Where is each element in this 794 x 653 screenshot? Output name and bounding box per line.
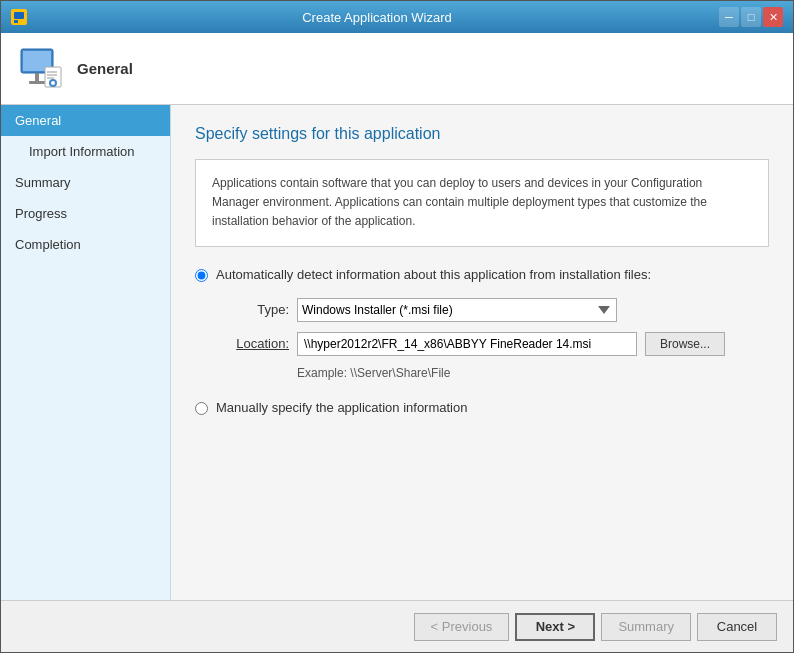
- summary-button[interactable]: Summary: [601, 613, 691, 641]
- svg-rect-6: [29, 81, 45, 84]
- example-text: Example: \\Server\Share\File: [297, 366, 769, 380]
- type-label: Type:: [219, 302, 289, 317]
- sidebar-item-progress[interactable]: Progress: [1, 198, 170, 229]
- svg-rect-8: [47, 71, 57, 73]
- content-title: Specify settings for this application: [195, 125, 769, 143]
- type-row: Type: Windows Installer (*.msi file)Wind…: [219, 298, 769, 322]
- close-button[interactable]: ✕: [763, 7, 783, 27]
- description-text: Applications contain software that you c…: [212, 176, 707, 228]
- svg-rect-5: [35, 73, 39, 81]
- svg-rect-2: [14, 20, 18, 23]
- form-fields: Type: Windows Installer (*.msi file)Wind…: [219, 298, 769, 380]
- window-title: Create Application Wizard: [35, 10, 719, 25]
- sidebar-item-general[interactable]: General: [1, 105, 170, 136]
- manual-radio[interactable]: [195, 402, 208, 415]
- browse-button[interactable]: Browse...: [645, 332, 725, 356]
- svg-point-12: [51, 81, 55, 85]
- auto-detect-option: Automatically detect information about t…: [195, 267, 769, 282]
- description-box: Applications contain software that you c…: [195, 159, 769, 247]
- header-title: General: [77, 60, 133, 77]
- app-icon: [11, 9, 27, 25]
- svg-rect-1: [14, 12, 24, 19]
- title-bar-controls: ─ □ ✕: [719, 7, 783, 27]
- svg-rect-9: [47, 74, 57, 76]
- minimize-button[interactable]: ─: [719, 7, 739, 27]
- footer: < Previous Next > Summary Cancel: [1, 600, 793, 652]
- application-window: Create Application Wizard ─ □ ✕: [0, 0, 794, 653]
- title-bar-left: [11, 9, 35, 25]
- location-row: Location: Browse...: [219, 332, 769, 356]
- option-section: Automatically detect information about t…: [195, 267, 769, 415]
- manual-option: Manually specify the application informa…: [195, 400, 769, 415]
- type-select[interactable]: Windows Installer (*.msi file)Windows ap…: [297, 298, 617, 322]
- sidebar-item-import-information[interactable]: Import Information: [1, 136, 170, 167]
- sidebar-item-summary[interactable]: Summary: [1, 167, 170, 198]
- header-bar: General: [1, 33, 793, 105]
- auto-detect-radio[interactable]: [195, 269, 208, 282]
- sidebar-item-completion[interactable]: Completion: [1, 229, 170, 260]
- content-area: Specify settings for this application Ap…: [171, 105, 793, 600]
- main-content: General Import Information Summary Progr…: [1, 105, 793, 600]
- svg-rect-10: [47, 77, 54, 79]
- auto-detect-label[interactable]: Automatically detect information about t…: [216, 267, 651, 282]
- next-button[interactable]: Next >: [515, 613, 595, 641]
- sidebar: General Import Information Summary Progr…: [1, 105, 171, 600]
- maximize-button[interactable]: □: [741, 7, 761, 27]
- manual-label[interactable]: Manually specify the application informa…: [216, 400, 467, 415]
- location-input[interactable]: [297, 332, 637, 356]
- cancel-button[interactable]: Cancel: [697, 613, 777, 641]
- previous-button[interactable]: < Previous: [414, 613, 510, 641]
- title-bar: Create Application Wizard ─ □ ✕: [1, 1, 793, 33]
- location-label: Location:: [219, 336, 289, 351]
- header-icon: [17, 45, 65, 93]
